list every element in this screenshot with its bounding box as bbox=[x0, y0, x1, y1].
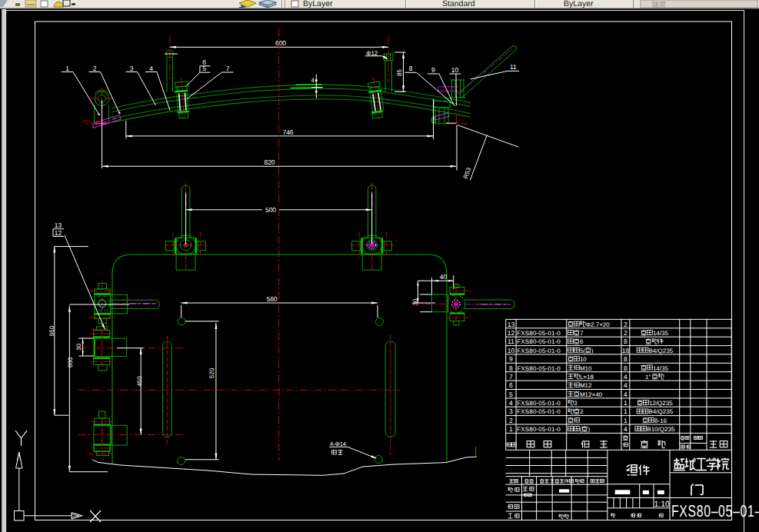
svg-text:8: 8 bbox=[624, 355, 628, 363]
svg-text:500: 500 bbox=[265, 206, 276, 214]
svg-text:FXS80-05-01-0: FXS80-05-01-0 bbox=[517, 365, 561, 372]
svg-text:4: 4 bbox=[624, 391, 628, 398]
svg-text:B4/Q235: B4/Q235 bbox=[649, 347, 674, 354]
svg-text:B10/Q235: B10/Q235 bbox=[647, 426, 675, 433]
svg-text:14/35: 14/35 bbox=[653, 365, 669, 372]
svg-text:560: 560 bbox=[266, 295, 277, 303]
svg-text:3: 3 bbox=[574, 400, 578, 407]
svg-text:2: 2 bbox=[509, 417, 513, 424]
svg-text:8: 8 bbox=[624, 337, 628, 345]
svg-text:746: 746 bbox=[282, 128, 293, 136]
svg-text:10: 10 bbox=[451, 66, 459, 74]
svg-text:5: 5 bbox=[202, 65, 206, 72]
svg-text:M12×40: M12×40 bbox=[580, 391, 603, 398]
svg-text:18: 18 bbox=[622, 347, 630, 354]
svg-text:9: 9 bbox=[431, 66, 435, 74]
svg-text:3: 3 bbox=[130, 65, 134, 72]
svg-text:85: 85 bbox=[396, 69, 403, 76]
svg-text:3: 3 bbox=[509, 407, 513, 415]
svg-text:FXS80-05-01-0: FXS80-05-01-0 bbox=[517, 338, 561, 345]
svg-text:600: 600 bbox=[275, 39, 286, 47]
svg-text:FXS80–05–01–: FXS80–05–01– bbox=[671, 502, 759, 520]
svg-text:随层: 随层 bbox=[652, 1, 666, 8]
svg-text:Φ12: Φ12 bbox=[366, 50, 378, 57]
svg-text:2: 2 bbox=[624, 329, 628, 337]
svg-text:8: 8 bbox=[509, 364, 513, 372]
svg-text:L=18: L=18 bbox=[580, 374, 594, 381]
svg-text:2: 2 bbox=[624, 321, 628, 328]
svg-text:Standard: Standard bbox=[442, 0, 475, 8]
svg-text:11: 11 bbox=[508, 337, 514, 345]
svg-text:4: 4 bbox=[624, 425, 628, 433]
svg-text:FXS80-05-01-0: FXS80-05-01-0 bbox=[517, 347, 561, 354]
svg-text:4: 4 bbox=[624, 381, 628, 389]
svg-text:FXS80-05-01-0: FXS80-05-01-0 bbox=[517, 330, 561, 337]
svg-text:1: 1 bbox=[509, 425, 513, 433]
svg-text:δ-16: δ-16 bbox=[654, 417, 667, 424]
svg-text:1″: 1″ bbox=[645, 374, 651, 381]
svg-text:7: 7 bbox=[580, 330, 584, 337]
svg-text:30: 30 bbox=[75, 344, 82, 351]
svg-text:12/Q235: 12/Q235 bbox=[649, 400, 673, 407]
svg-text:1: 1 bbox=[624, 399, 628, 407]
svg-text:FXS80-05-01-0: FXS80-05-01-0 bbox=[517, 400, 561, 407]
svg-text:4: 4 bbox=[311, 77, 315, 84]
svg-text:2: 2 bbox=[580, 408, 584, 415]
svg-text:1: 1 bbox=[65, 65, 69, 72]
svg-text:5: 5 bbox=[509, 391, 513, 398]
svg-text:ByLayer: ByLayer bbox=[564, 0, 594, 8]
svg-text:5(: 5( bbox=[580, 347, 585, 354]
svg-text:M12: M12 bbox=[580, 382, 592, 389]
svg-text:10: 10 bbox=[580, 356, 587, 363]
svg-text:30: 30 bbox=[412, 298, 419, 305]
svg-text:820: 820 bbox=[264, 158, 275, 166]
svg-text:M10: M10 bbox=[580, 365, 592, 372]
svg-text:Φ2.7×20: Φ2.7×20 bbox=[586, 321, 611, 328]
svg-text:): ) bbox=[588, 426, 590, 433]
svg-text:1: 1 bbox=[624, 417, 628, 424]
svg-text:13: 13 bbox=[508, 321, 515, 328]
svg-text:4: 4 bbox=[149, 65, 153, 72]
svg-text:1:10: 1:10 bbox=[654, 500, 670, 509]
svg-text:600: 600 bbox=[67, 357, 74, 367]
svg-text:11: 11 bbox=[510, 63, 517, 71]
svg-text:1: 1 bbox=[624, 407, 628, 415]
svg-text:950: 950 bbox=[48, 325, 55, 336]
svg-text:4-Φ14: 4-Φ14 bbox=[330, 441, 346, 447]
svg-text:9: 9 bbox=[509, 355, 513, 363]
svg-text:2: 2 bbox=[93, 65, 97, 72]
svg-text:14/35: 14/35 bbox=[653, 330, 669, 337]
svg-text:10: 10 bbox=[508, 347, 515, 354]
svg-text:12: 12 bbox=[508, 329, 515, 337]
svg-text:520: 520 bbox=[208, 367, 215, 378]
svg-text:7: 7 bbox=[226, 65, 230, 72]
svg-text:13: 13 bbox=[55, 221, 62, 229]
svg-text:ByLayer: ByLayer bbox=[303, 0, 333, 8]
svg-text:(: ( bbox=[580, 426, 582, 433]
svg-text:B4/Q235: B4/Q235 bbox=[649, 408, 674, 415]
svg-text:12: 12 bbox=[55, 229, 62, 237]
svg-text:7: 7 bbox=[509, 373, 513, 381]
svg-text:4: 4 bbox=[624, 373, 628, 381]
svg-text:450: 450 bbox=[136, 376, 143, 387]
svg-text:6: 6 bbox=[580, 338, 584, 345]
svg-text:8: 8 bbox=[624, 364, 628, 372]
svg-text:FXS80-05-01-0: FXS80-05-01-0 bbox=[517, 426, 561, 433]
svg-text:): ) bbox=[591, 347, 594, 354]
svg-text:FXS80-05-01-0: FXS80-05-01-0 bbox=[517, 408, 561, 415]
svg-text:4: 4 bbox=[509, 399, 513, 407]
svg-text:8: 8 bbox=[409, 65, 413, 72]
svg-text:6: 6 bbox=[509, 381, 513, 389]
svg-text:40: 40 bbox=[440, 273, 448, 281]
